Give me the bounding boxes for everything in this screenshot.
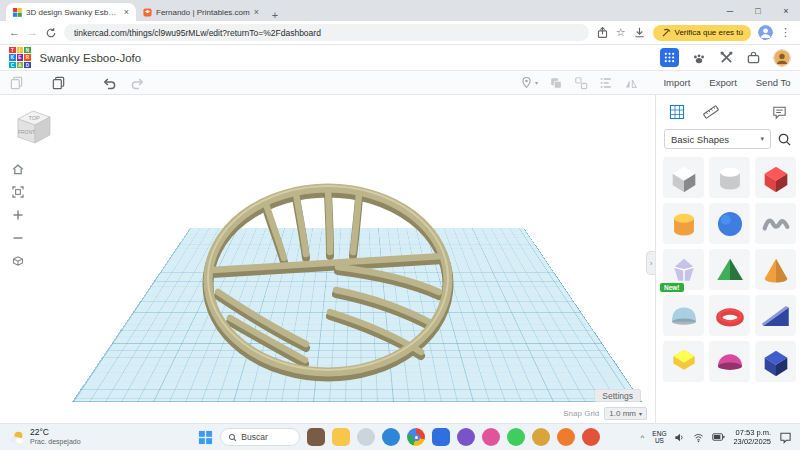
back-icon[interactable]: ← (9, 27, 20, 38)
shape-tile-sphere[interactable] (709, 203, 750, 244)
minimize-button[interactable]: ─ (716, 0, 744, 21)
tab-close-icon[interactable]: × (254, 7, 259, 17)
mirror-icon[interactable] (624, 76, 638, 90)
edit-tools-group (9, 75, 146, 90)
sim-lab-paw-icon[interactable] (691, 50, 707, 66)
volume-icon[interactable] (674, 432, 685, 443)
ungroup-icon[interactable] (574, 76, 588, 90)
network-icon[interactable] (693, 432, 704, 443)
settings-app-icon[interactable] (357, 428, 375, 446)
browser-profile-avatar[interactable] (758, 25, 773, 40)
new-tab-button[interactable]: + (266, 9, 284, 21)
fit-view-icon[interactable] (10, 184, 26, 200)
shape-tile-cone[interactable] (755, 249, 796, 290)
export-button[interactable]: Export (709, 77, 736, 88)
snap-grid-dropdown[interactable]: 1.0 mm ▾ (604, 407, 647, 420)
volleyball-cookie-cutter-model[interactable] (188, 172, 478, 397)
browser-tab-printables[interactable]: Fernando | Printables.com × (136, 3, 266, 21)
shape-tile-polygon[interactable] (663, 341, 704, 382)
home-view-icon[interactable] (10, 161, 26, 177)
redo-icon[interactable] (130, 76, 146, 90)
refresh-icon[interactable] (45, 27, 57, 39)
store-icon[interactable] (432, 428, 450, 446)
firefox-icon[interactable] (557, 428, 575, 446)
share-icon[interactable] (596, 26, 609, 39)
download-icon[interactable] (633, 26, 646, 39)
start-button-icon[interactable] (198, 430, 213, 445)
shape-tile-cylinder-textured[interactable] (709, 157, 750, 198)
shape-tile-box[interactable] (755, 157, 796, 198)
shape-tile-box-textured[interactable] (663, 157, 704, 198)
view-cube[interactable]: TOP FRONT (10, 105, 56, 147)
browser-tab-tinkercad[interactable]: 3D design Swanky Esboo-Jofo × (6, 3, 136, 21)
import-button[interactable]: Import (663, 77, 690, 88)
shape-tile-wedge[interactable] (755, 295, 796, 336)
viewcube-front-label[interactable]: FRONT (18, 129, 35, 135)
drop-pin-button[interactable]: ▾ (520, 76, 538, 89)
panel-header-buttons: Import Export Send To (654, 77, 800, 88)
shape-tile-pyramid[interactable] (709, 249, 750, 290)
bookmark-star-icon[interactable]: ☆ (616, 27, 626, 38)
user-avatar[interactable] (773, 49, 791, 67)
zoom-in-icon[interactable] (10, 207, 26, 223)
toolkit-bag-icon[interactable] (746, 50, 761, 65)
photos-icon[interactable] (307, 428, 325, 446)
taskbar-search-input[interactable]: Buscar (220, 428, 300, 446)
header-actions (660, 48, 791, 67)
whatsapp-icon[interactable] (507, 428, 525, 446)
app-pink-icon[interactable] (482, 428, 500, 446)
logo-block: R (24, 54, 31, 61)
shape-category-dropdown[interactable]: Basic Shapes ▾ (664, 129, 771, 149)
tab-close-icon[interactable]: × (124, 7, 129, 17)
tray-time: 07:53 p.m. (733, 428, 771, 437)
workplane-tool-icon[interactable] (668, 103, 686, 121)
shape-tile-ring[interactable] (709, 295, 750, 336)
file-explorer-icon[interactable] (332, 428, 350, 446)
notes-tool-icon[interactable] (771, 104, 788, 121)
ruler-tool-icon[interactable] (702, 103, 720, 121)
logo-block: K (9, 54, 16, 61)
panel-collapse-handle[interactable]: › (646, 251, 655, 275)
url-bar[interactable]: tinkercad.com/things/cl9wu95rMLw/edit?re… (64, 24, 589, 41)
apps-grid-icon[interactable] (660, 48, 679, 67)
chrome-icon[interactable] (407, 428, 425, 446)
password-check-alert[interactable]: Verifica que eres tú (653, 25, 751, 41)
weather-widget[interactable]: 22°C Prac. despejado (8, 428, 158, 446)
viewport-settings-button[interactable]: Settings (594, 389, 641, 402)
shape-tile-half-sphere[interactable] (709, 341, 750, 382)
design-title[interactable]: Swanky Esboo-Jofo (40, 52, 142, 64)
align-icon[interactable] (599, 76, 613, 90)
shape-tile-gem[interactable]: New! (663, 249, 704, 290)
shape-tile-cylinder[interactable] (663, 203, 704, 244)
taskbar-center: Buscar (198, 428, 600, 446)
close-button[interactable]: × (772, 0, 800, 21)
duplicate-icon[interactable] (51, 75, 66, 90)
shape-tile-roof[interactable] (663, 295, 704, 336)
maximize-button[interactable]: □ (744, 0, 772, 21)
forward-icon[interactable]: → (27, 27, 38, 38)
tinkercad-logo[interactable]: TINKERCAD (9, 47, 31, 69)
tools-icon[interactable] (719, 50, 734, 65)
viewcube-top-label[interactable]: TOP (28, 115, 40, 121)
shape-tile-box-dark[interactable] (755, 341, 796, 382)
send-to-button[interactable]: Send To (756, 77, 791, 88)
app-purple-icon[interactable] (457, 428, 475, 446)
shape-tile-scribble[interactable] (755, 203, 796, 244)
perspective-toggle-icon[interactable] (10, 253, 26, 269)
search-icon[interactable] (777, 132, 792, 147)
undo-icon[interactable] (101, 76, 117, 90)
clock-widget[interactable]: 07:53 p.m. 23/02/2025 (733, 428, 771, 447)
notification-icon[interactable] (779, 431, 792, 444)
group-icon[interactable] (549, 76, 563, 90)
copy-icon[interactable] (9, 75, 24, 90)
app-red-icon[interactable] (582, 428, 600, 446)
tray-chevron-up-icon[interactable]: ^ (641, 433, 645, 442)
zoom-out-icon[interactable] (10, 230, 26, 246)
battery-icon[interactable] (712, 432, 725, 442)
browser-menu-icon[interactable]: ⋮ (780, 27, 791, 38)
language-indicator[interactable]: ENG US (652, 430, 666, 445)
edge-icon[interactable] (382, 428, 400, 446)
browser-tabstrip: 3D design Swanky Esboo-Jofo × Fernando |… (0, 0, 800, 21)
viewport-3d[interactable]: TOP FRONT Settings Snap Grid (0, 95, 655, 423)
app-gold-icon[interactable] (532, 428, 550, 446)
